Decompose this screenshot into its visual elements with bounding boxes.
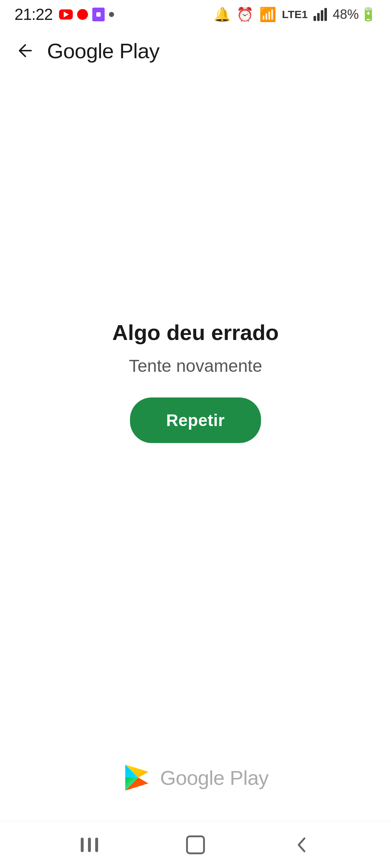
status-time: 21:22 [14,5,52,24]
app-bar: Google Play [0,29,391,72]
bottom-branding: Google Play [0,763,391,821]
notification-dot-icon [77,9,88,20]
lte-label: LTE1 [282,8,308,21]
status-icons [59,8,114,21]
recents-icon [81,838,98,852]
page-title: Google Play [47,39,159,63]
chevron-back-icon [292,835,311,854]
extra-dot-icon [109,12,114,17]
youtube-icon [59,9,73,20]
back-button[interactable] [14,40,36,61]
branding-label: Google Play [160,766,269,790]
system-back-button[interactable] [283,830,320,859]
notification-bell-icon: 🔔 [214,7,231,22]
home-icon [186,835,205,854]
battery-icon: 48% 🔋 [333,7,377,22]
status-right: 🔔 ⏰ 📶 LTE1 48% 🔋 [214,7,377,22]
error-section: Algo deu errado Tente novamente Repetir [112,320,279,443]
error-title: Algo deu errado [112,320,279,345]
nav-bar [0,821,391,868]
battery-percent-label: 48% [333,7,359,22]
status-left: 21:22 [14,5,114,24]
recents-button[interactable] [71,830,108,859]
twitch-icon [92,8,105,21]
wifi-icon: 📶 [259,7,276,22]
signal-bars-icon [314,8,327,21]
home-button[interactable] [177,830,214,859]
google-play-logo-icon [122,763,151,792]
status-bar: 21:22 🔔 ⏰ 📶 LTE1 48% 🔋 [0,0,391,29]
error-subtitle: Tente novamente [129,356,262,376]
retry-button[interactable]: Repetir [130,397,261,443]
main-content: Algo deu errado Tente novamente Repetir [0,72,391,763]
alarm-icon: ⏰ [236,7,253,22]
